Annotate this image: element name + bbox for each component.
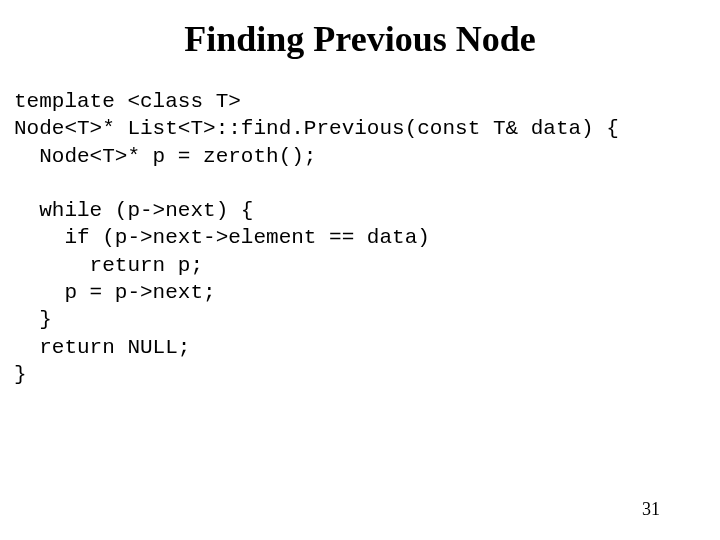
slide-title: Finding Previous Node <box>0 0 720 68</box>
slide: Finding Previous Node template <class T>… <box>0 0 720 540</box>
code-block: template <class T> Node<T>* List<T>::fin… <box>0 68 720 388</box>
page-number: 31 <box>642 499 660 520</box>
